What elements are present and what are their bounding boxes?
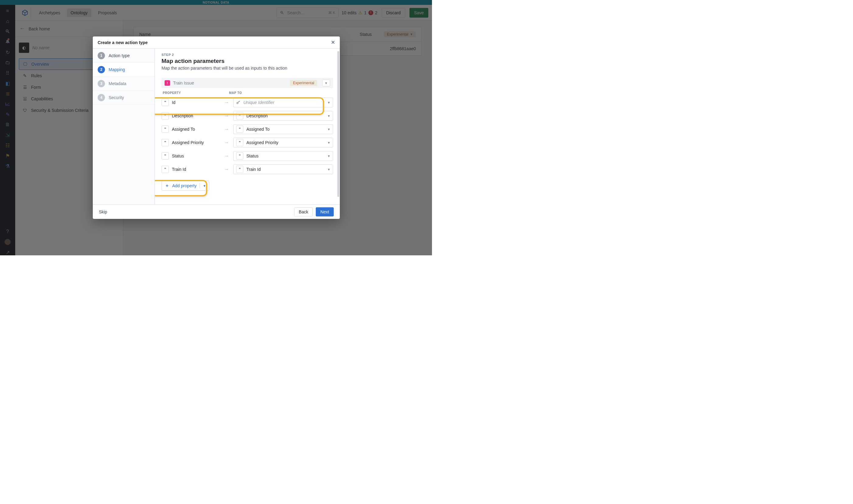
property-cell: ❞Id (161, 99, 220, 106)
step-mapping[interactable]: 2 Mapping (93, 62, 155, 77)
key-icon (236, 100, 240, 105)
quote-icon: ❞ (236, 152, 243, 160)
step-indicator: STEP 2 (161, 53, 333, 56)
mapping-headers: PROPERTY MAP TO (161, 88, 333, 96)
skip-button[interactable]: Skip (99, 210, 107, 214)
map-to-value: Assigned Priority (246, 140, 324, 145)
entity-status-badge: Experimental (290, 80, 317, 86)
modal-footer: Skip Back Next (93, 204, 340, 219)
chevron-down-icon: ▼ (327, 114, 330, 118)
map-to-value: Description (246, 113, 324, 118)
quote-icon: ❞ (161, 139, 169, 146)
modal-body: 1 Action type 2 Mapping 3 Metadata 4 Sec… (93, 49, 340, 204)
map-to-select[interactable]: ❞Assigned Priority▼ (233, 138, 333, 147)
step-metadata[interactable]: 3 Metadata (93, 77, 155, 91)
modal-heading: Map action parameters (161, 58, 333, 65)
mapping-row: ❞Id→Unique Identifier▼ (161, 96, 333, 109)
property-cell: ❞Assigned Priority (161, 139, 220, 146)
chevron-down-icon: ▼ (327, 155, 330, 158)
property-name: Train Id (172, 167, 186, 172)
arrow-right-icon: → (224, 166, 229, 172)
quote-icon: ❞ (236, 139, 243, 146)
arrow-right-icon: → (224, 126, 229, 132)
map-to-select[interactable]: ❞Train Id▼ (233, 164, 333, 174)
quote-icon: ❞ (161, 112, 169, 120)
mapping-row: ❞Train Id→❞Train Id▼ (161, 163, 333, 175)
entity-name: Train Issue (173, 80, 194, 86)
step-label: Security (109, 95, 124, 100)
property-cell: ❞Assigned To (161, 126, 220, 133)
mapping-rows: ❞Id→Unique Identifier▼❞Description→❞Desc… (161, 96, 333, 175)
quote-icon: ❞ (161, 166, 169, 173)
quote-icon: ❞ (161, 126, 169, 133)
property-name: Assigned To (172, 127, 195, 132)
map-to-select[interactable]: ❞Assigned To▼ (233, 124, 333, 134)
quote-icon: ❞ (236, 166, 243, 173)
entity-dropdown-button[interactable]: ▼ (322, 80, 330, 86)
arrow-right-icon: → (224, 100, 229, 105)
add-property-label: Add property (172, 183, 196, 188)
mapping-row: ❞Assigned Priority→❞Assigned Priority▼ (161, 137, 333, 149)
property-cell: ❞Status (161, 152, 220, 160)
scrollbar-thumb[interactable] (337, 51, 339, 197)
property-name: Id (172, 100, 176, 105)
map-to-select[interactable]: ❞Description▼ (233, 111, 333, 121)
header-mapto: MAP TO (229, 91, 332, 94)
plus-icon: ＋ (165, 183, 169, 188)
chevron-down-icon: ▼ (203, 184, 206, 187)
back-button[interactable]: Back (294, 207, 313, 216)
header-property: PROPERTY (163, 91, 224, 94)
next-button[interactable]: Next (316, 207, 334, 216)
quote-icon: ❞ (236, 112, 243, 120)
step-label: Metadata (109, 81, 126, 86)
modal-header: Create a new action type ✕ (93, 36, 340, 49)
modal-title: Create a new action type (98, 40, 147, 45)
arrow-right-icon: → (224, 140, 229, 145)
map-to-value: Status (246, 154, 324, 158)
chevron-down-icon: ▼ (327, 101, 330, 104)
arrow-right-icon: → (224, 153, 229, 159)
separator (199, 183, 200, 188)
add-property-button[interactable]: ＋ Add property ▼ (161, 181, 209, 191)
entity-row: ! Train Issue Experimental ▼ (161, 78, 333, 88)
modal-subtitle: Map the action parameters that will be u… (161, 66, 333, 71)
chevron-down-icon: ▼ (327, 141, 330, 144)
svg-point-0 (237, 102, 238, 104)
close-icon[interactable]: ✕ (331, 39, 335, 45)
mapping-row: ❞Description→❞Description▼ (161, 110, 333, 122)
app-root: NOTIONAL DATA ≡ ⌂ 🔍︎ 🔔︎ ↻ 🗀 ⠿ ◧ ≣ 📈︎ ✎ 🗎… (0, 0, 432, 255)
property-cell: ❞Train Id (161, 166, 220, 173)
map-to-select[interactable]: Unique Identifier▼ (233, 97, 333, 107)
property-cell: ❞Description (161, 112, 220, 120)
chevron-down-icon: ▼ (327, 128, 330, 131)
step-label: Mapping (109, 67, 125, 72)
step-number: 1 (98, 52, 105, 59)
mapping-row: ❞Status→❞Status▼ (161, 150, 333, 162)
quote-icon: ❞ (161, 152, 169, 160)
step-action-type[interactable]: 1 Action type (93, 49, 155, 62)
mapping-row: ❞Assigned To→❞Assigned To▼ (161, 123, 333, 135)
step-number: 2 (98, 66, 105, 73)
map-to-value: Unique Identifier (243, 100, 324, 105)
step-number: 3 (98, 80, 105, 87)
property-name: Status (172, 154, 184, 158)
property-name: Assigned Priority (172, 140, 204, 145)
step-security[interactable]: 4 Security (93, 91, 155, 105)
arrow-right-icon: → (224, 113, 229, 119)
chevron-down-icon: ▼ (327, 168, 330, 171)
map-to-value: Train Id (246, 167, 324, 172)
property-name: Description (172, 113, 193, 118)
map-to-value: Assigned To (246, 127, 324, 132)
step-label: Action type (109, 53, 129, 58)
wizard-steps: 1 Action type 2 Mapping 3 Metadata 4 Sec… (93, 49, 155, 204)
step-number: 4 (98, 94, 105, 101)
modal-main: STEP 2 Map action parameters Map the act… (155, 49, 340, 204)
create-action-type-modal: Create a new action type ✕ 1 Action type… (93, 36, 340, 219)
entity-icon: ! (164, 80, 170, 86)
quote-icon: ❞ (236, 126, 243, 133)
quote-icon: ❞ (161, 99, 169, 106)
map-to-select[interactable]: ❞Status▼ (233, 151, 333, 161)
